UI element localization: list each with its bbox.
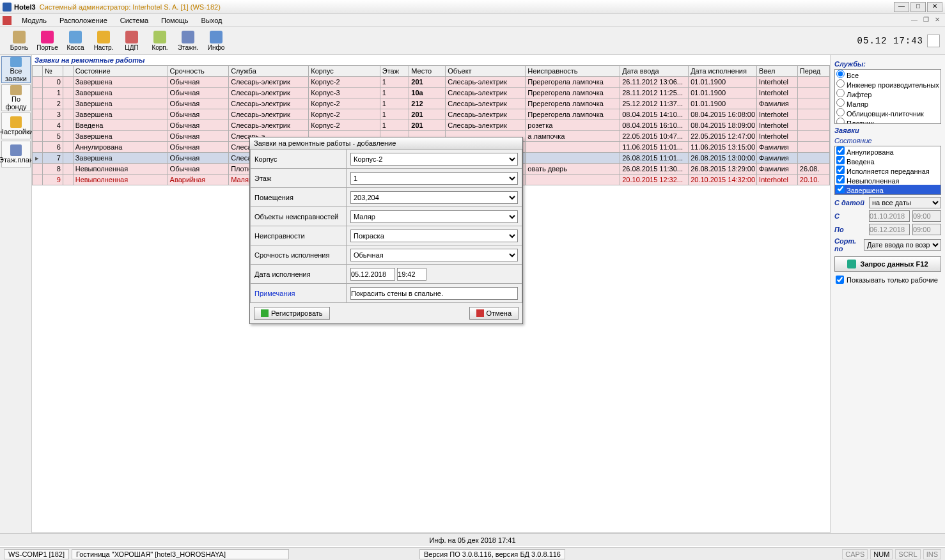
dlg-fault-select[interactable]: Покраска (350, 229, 518, 242)
Этажн.-icon (182, 31, 194, 43)
info-statusbar: Инф. на 05 дек 2018 17:41 (0, 533, 945, 546)
calendar-icon[interactable] (927, 35, 940, 47)
filter-panel: Службы: Все Инженер производительных р Л… (830, 55, 945, 546)
col-Дата ввода[interactable]: Дата ввода (620, 66, 689, 77)
lefttab-icon (10, 57, 22, 67)
col-Место[interactable]: Место (409, 66, 446, 77)
query-data-button[interactable]: Запрос данных F12 (834, 256, 941, 272)
state-checkbox[interactable] (836, 156, 845, 164)
tool-Настр.[interactable]: Настр. (90, 28, 118, 54)
clock: 05.12 17:43 (857, 36, 923, 46)
state-checkbox[interactable] (836, 185, 845, 193)
close-button[interactable]: ✕ (927, 2, 942, 12)
col-Дата исполнения[interactable]: Дата исполнения (689, 66, 757, 77)
dlg-korpus-select[interactable]: Корпус-2 (350, 153, 518, 166)
dlg-rooms-select[interactable]: 203,204 (350, 191, 518, 204)
tool-Портье[interactable]: Портье (33, 28, 61, 54)
services-list[interactable]: Все Инженер производительных р Лифтер Ма… (834, 69, 941, 124)
dlg-urgency-select[interactable]: Обычная (350, 249, 518, 261)
indicator-SCRL: SCRL (895, 549, 920, 559)
tool-Инфо[interactable]: Инфо (202, 28, 230, 54)
service-radio[interactable] (836, 108, 845, 116)
Портье-icon (41, 31, 54, 43)
date-from-label: С (834, 212, 866, 220)
col-Ввел[interactable]: Ввел (757, 66, 798, 77)
lefttab-По фонду[interactable]: По фонду (1, 84, 31, 111)
grid-title: Заявки на ремонтные работы (32, 55, 830, 65)
menu-Система[interactable]: Система (114, 15, 155, 26)
app-subtitle: Системный администратор: Interhotel S. A… (40, 3, 221, 11)
maximize-button[interactable]: □ (910, 2, 926, 12)
Настр.-icon (97, 31, 110, 43)
tool-Бронь[interactable]: Бронь (5, 28, 33, 54)
left-tabs: Все заявкиПо фондуНастройкиЭтаж.план (0, 55, 32, 546)
Бронь-icon (13, 31, 26, 43)
indicator-CAPS: CAPS (842, 549, 868, 559)
col-marker[interactable] (63, 66, 73, 77)
table-row[interactable]: 1ЗавершенаОбычнаяСлесарь-электрикКорпус-… (33, 88, 830, 98)
sostoyanie-label: Состояние (834, 137, 941, 144)
zayavki-title: Заявки (834, 127, 941, 134)
minimize-button[interactable]: — (894, 2, 909, 12)
service-radio[interactable] (836, 98, 845, 107)
tool-Касса[interactable]: Касса (61, 28, 90, 54)
tool-Корп.[interactable]: Корп. (146, 28, 174, 54)
col-Состояние[interactable]: Состояние (73, 66, 168, 77)
menu-Выход[interactable]: Выход (195, 15, 229, 26)
dlg-time-input[interactable] (397, 268, 426, 281)
service-radio[interactable] (836, 118, 845, 124)
lefttab-Этаж.план[interactable]: Этаж.план (1, 141, 31, 167)
service-radio[interactable] (836, 70, 845, 78)
col-Корпус[interactable]: Корпус (309, 66, 380, 77)
mdi-restore[interactable]: ❐ (921, 16, 931, 25)
menu-Расположение[interactable]: Расположение (53, 15, 114, 26)
services-title: Службы: (834, 60, 941, 68)
dlg-date-input[interactable] (350, 268, 395, 281)
col-Служба[interactable]: Служба (229, 66, 309, 77)
state-checkbox[interactable] (836, 175, 845, 183)
cancel-button[interactable]: Отмена (469, 307, 519, 320)
col-№[interactable]: № (42, 66, 63, 77)
show-only-working-checkbox[interactable] (836, 276, 844, 284)
lefttab-Все заявки[interactable]: Все заявки (1, 56, 31, 83)
col-Неисправность[interactable]: Неисправность (526, 66, 620, 77)
dlg-notes-input[interactable] (350, 287, 518, 300)
lefttab-Настройки[interactable]: Настройки (1, 113, 31, 139)
add-request-dialog: Заявки на ремонтные работы - добавление … (249, 137, 523, 324)
table-row[interactable]: 4ВведенаОбычнаяСлесарь-электрикКорпус-21… (33, 120, 830, 131)
dlg-floor-select[interactable]: 1 (350, 172, 518, 185)
menu-Помощь[interactable]: Помощь (155, 15, 195, 26)
register-button[interactable]: Регистрировать (254, 307, 330, 320)
col-Объект[interactable]: Объект (446, 66, 526, 77)
menu-Модуль[interactable]: Модуль (15, 15, 53, 26)
refresh-icon (847, 260, 856, 268)
col-Перед[interactable]: Перед (797, 66, 829, 77)
app-title: Hotel3 (14, 3, 36, 11)
lefttab-icon (10, 116, 22, 128)
col-Этаж[interactable]: Этаж (380, 66, 409, 77)
tool-ЦДП[interactable]: ЦДП (118, 28, 146, 54)
sb-hotel: Гостиница "ХОРОШАЯ" [hotel3_HOROSHAYA] (72, 549, 289, 559)
states-list[interactable]: Аннулирована Введена Исполняется передан… (834, 146, 941, 195)
table-row[interactable]: 0ЗавершенаОбычнаяСлесарь-электрикКорпус-… (33, 77, 830, 88)
sb-version: Версия ПО 3.0.8.116, версия БД 3.0.8.116 (419, 549, 565, 559)
sort-select[interactable]: Дате ввода по возр (864, 239, 941, 251)
service-radio[interactable] (836, 89, 845, 97)
mdi-close[interactable]: ✕ (932, 16, 942, 25)
service-radio[interactable] (836, 79, 845, 88)
ЦДП-icon (125, 31, 138, 43)
state-checkbox[interactable] (836, 146, 845, 155)
table-row[interactable]: 3ЗавершенаОбычнаяСлесарь-электрикКорпус-… (33, 109, 830, 120)
table-row[interactable]: 2ЗавершенаОбычнаяСлесарь-электрикКорпус-… (33, 98, 830, 109)
dlg-objects-select[interactable]: Маляр (350, 210, 518, 223)
mdi-minimize[interactable]: — (909, 16, 919, 25)
state-checkbox[interactable] (836, 166, 845, 174)
s-datoy-select[interactable]: на все даты (869, 197, 941, 208)
date-to-input (869, 224, 910, 235)
lefttab-icon (10, 85, 22, 95)
sb-workstation: WS-COMP1 [182] (4, 549, 69, 559)
tool-Этажн.[interactable]: Этажн. (174, 28, 202, 54)
col-marker[interactable] (33, 66, 43, 77)
col-Срочность[interactable]: Срочность (168, 66, 229, 77)
sort-label: Сорт. по (834, 237, 861, 253)
